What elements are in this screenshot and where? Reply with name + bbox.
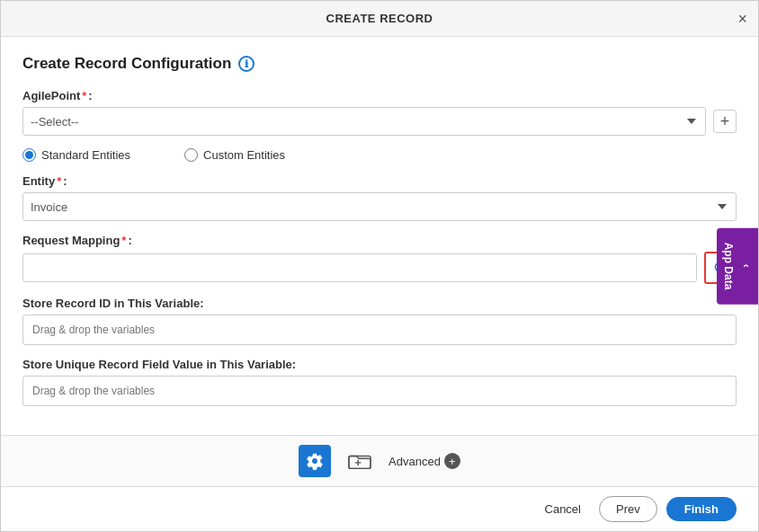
agilepoint-select[interactable]: --Select--: [22, 107, 706, 136]
entity-group: Entity * : Invoice: [22, 174, 737, 221]
section-title-row: Create Record Configuration ℹ: [22, 55, 737, 73]
footer-actions: Cancel Prev Finish: [1, 486, 758, 531]
modal-overlay: CREATE RECORD × ‹ App Data Create Record…: [0, 0, 759, 532]
request-mapping-input[interactable]: [22, 253, 697, 282]
modal-title: CREATE RECORD: [326, 12, 433, 25]
request-mapping-required: *: [121, 234, 126, 247]
entities-radio-group: Standard Entities Custom Entities: [22, 148, 737, 162]
modal-header: CREATE RECORD ×: [1, 1, 758, 37]
agilepoint-label: AgilePoint * :: [22, 89, 737, 102]
advanced-label: Advanced +: [388, 453, 460, 469]
entity-label: Entity * :: [22, 174, 737, 188]
store-record-input[interactable]: [22, 315, 737, 345]
modal-body: Create Record Configuration ℹ AgilePoint…: [1, 37, 758, 435]
chevron-icon: ‹: [740, 264, 753, 268]
agilepoint-group: AgilePoint * : --Select-- +: [22, 89, 737, 136]
modal: CREATE RECORD × ‹ App Data Create Record…: [0, 0, 759, 532]
advanced-plus-button[interactable]: +: [444, 453, 460, 469]
folder-icon: [348, 449, 371, 473]
custom-entities-label: Custom Entities: [203, 148, 285, 162]
agilepoint-add-button[interactable]: +: [713, 110, 737, 133]
info-icon[interactable]: ℹ: [238, 56, 254, 72]
finish-button[interactable]: Finish: [666, 497, 737, 521]
custom-entities-radio[interactable]: [184, 148, 198, 162]
cancel-button[interactable]: Cancel: [536, 497, 590, 521]
standard-entities-label: Standard Entities: [41, 148, 130, 162]
app-data-tab[interactable]: ‹ App Data: [717, 228, 758, 305]
request-mapping-row: [22, 252, 737, 284]
store-unique-label: Store Unique Record Field Value in This …: [22, 358, 737, 371]
store-unique-group: Store Unique Record Field Value in This …: [22, 358, 737, 406]
store-record-label: Store Record ID in This Variable:: [22, 297, 737, 310]
request-mapping-group: Request Mapping * :: [22, 234, 737, 284]
entity-select[interactable]: Invoice: [22, 192, 737, 221]
folder-button[interactable]: [344, 445, 376, 477]
prev-button[interactable]: Prev: [599, 496, 657, 522]
entity-required: *: [57, 174, 61, 188]
standard-entities-option[interactable]: Standard Entities: [22, 148, 130, 162]
agilepoint-select-wrapper: --Select-- +: [22, 107, 737, 136]
app-data-label: App Data: [722, 243, 735, 290]
gear-icon: [306, 452, 324, 470]
store-record-group: Store Record ID in This Variable:: [22, 297, 737, 345]
gear-button[interactable]: [299, 445, 331, 477]
custom-entities-option[interactable]: Custom Entities: [184, 148, 285, 162]
store-unique-input[interactable]: [22, 376, 737, 406]
section-title-text: Create Record Configuration: [22, 55, 231, 73]
close-button[interactable]: ×: [737, 11, 747, 27]
standard-entities-radio[interactable]: [22, 148, 36, 162]
agilepoint-required: *: [82, 89, 86, 102]
request-mapping-label: Request Mapping * :: [22, 234, 737, 247]
footer-toolbar: Advanced +: [1, 435, 758, 486]
